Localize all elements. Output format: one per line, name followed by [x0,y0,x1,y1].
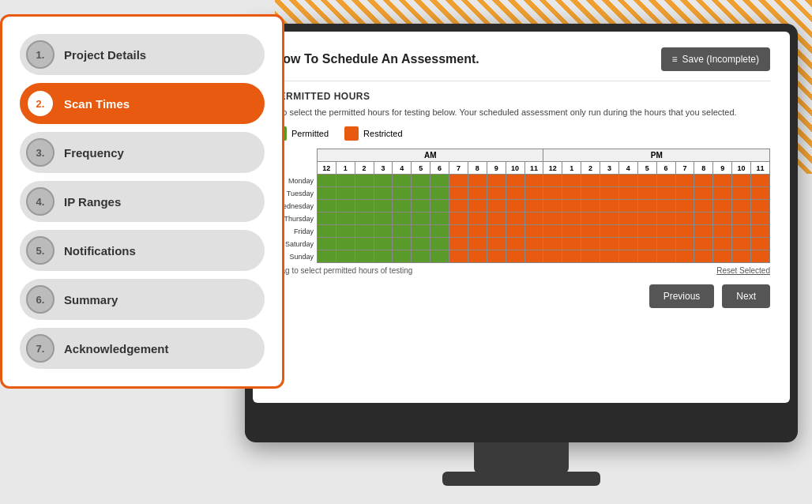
cell-wednesday-h14[interactable] [581,200,600,213]
cell-sunday-h15[interactable] [600,250,619,263]
cell-wednesday-h21[interactable] [713,200,732,213]
cell-sunday-h2[interactable] [355,250,374,263]
cell-tuesday-h21[interactable] [713,187,732,200]
cell-wednesday-h16[interactable] [618,200,637,213]
cell-friday-h6[interactable] [430,225,449,238]
cell-monday-h22[interactable] [732,175,751,187]
cell-friday-h0[interactable] [317,225,336,238]
cell-saturday-h18[interactable] [656,238,675,250]
cell-sunday-h0[interactable] [317,250,336,263]
cell-monday-h9[interactable] [487,175,506,187]
cell-friday-h10[interactable] [506,225,524,238]
cell-saturday-h2[interactable] [355,238,374,250]
cell-friday-h8[interactable] [468,225,487,238]
cell-wednesday-h15[interactable] [600,200,619,213]
cell-monday-h11[interactable] [524,175,543,187]
cell-friday-h2[interactable] [355,225,374,238]
cell-sunday-h13[interactable] [562,250,581,263]
cell-sunday-h3[interactable] [374,250,393,263]
cell-friday-h20[interactable] [694,225,713,238]
cell-tuesday-h4[interactable] [393,187,412,200]
cell-tuesday-h0[interactable] [317,187,336,200]
save-button[interactable]: ≡ Save (Incomplete) [661,47,770,71]
cell-saturday-h21[interactable] [713,238,732,250]
cell-wednesday-h10[interactable] [506,200,524,213]
cell-sunday-h8[interactable] [468,250,487,263]
cell-sunday-h23[interactable] [751,250,770,263]
sidebar-item-6[interactable]: 6.Summary [20,279,265,320]
cell-thursday-h21[interactable] [713,213,732,225]
cell-thursday-h5[interactable] [412,213,430,225]
cell-sunday-h9[interactable] [487,250,506,263]
cell-friday-h16[interactable] [618,225,637,238]
cell-wednesday-h23[interactable] [751,200,770,213]
cell-monday-h18[interactable] [656,175,675,187]
previous-button[interactable]: Previous [649,284,715,308]
cell-friday-h1[interactable] [336,225,355,238]
cell-monday-h23[interactable] [751,175,770,187]
cell-saturday-h12[interactable] [543,238,562,250]
cell-friday-h4[interactable] [393,225,412,238]
cell-wednesday-h0[interactable] [317,200,336,213]
cell-saturday-h22[interactable] [732,238,751,250]
cell-thursday-h10[interactable] [506,213,524,225]
cell-sunday-h6[interactable] [430,250,449,263]
cell-friday-h17[interactable] [637,225,656,238]
cell-saturday-h15[interactable] [600,238,619,250]
cell-sunday-h12[interactable] [543,250,562,263]
cell-saturday-h5[interactable] [412,238,430,250]
reset-link[interactable]: Reset Selected [716,266,770,275]
cell-saturday-h0[interactable] [317,238,336,250]
cell-saturday-h6[interactable] [430,238,449,250]
cell-monday-h13[interactable] [562,175,581,187]
cell-monday-h17[interactable] [637,175,656,187]
cell-tuesday-h9[interactable] [487,187,506,200]
cell-wednesday-h3[interactable] [374,200,393,213]
cell-monday-h3[interactable] [374,175,393,187]
cell-thursday-h20[interactable] [694,213,713,225]
cell-wednesday-h7[interactable] [449,200,468,213]
sidebar-item-5[interactable]: 5.Notifications [20,230,265,271]
cell-tuesday-h6[interactable] [430,187,449,200]
cell-tuesday-h15[interactable] [600,187,619,200]
cell-thursday-h15[interactable] [600,213,619,225]
cell-friday-h18[interactable] [656,225,675,238]
cell-thursday-h0[interactable] [317,213,336,225]
cell-wednesday-h18[interactable] [656,200,675,213]
cell-wednesday-h1[interactable] [336,200,355,213]
cell-sunday-h19[interactable] [675,250,694,263]
cell-tuesday-h7[interactable] [449,187,468,200]
cell-thursday-h18[interactable] [656,213,675,225]
cell-saturday-h23[interactable] [751,238,770,250]
sidebar-item-7[interactable]: 7.Acknowledgement [20,328,265,369]
cell-friday-h13[interactable] [562,225,581,238]
cell-thursday-h11[interactable] [524,213,543,225]
cell-tuesday-h20[interactable] [694,187,713,200]
cell-friday-h9[interactable] [487,225,506,238]
cell-saturday-h11[interactable] [524,238,543,250]
cell-sunday-h5[interactable] [412,250,430,263]
cell-saturday-h20[interactable] [694,238,713,250]
cell-tuesday-h10[interactable] [506,187,524,200]
cell-tuesday-h1[interactable] [336,187,355,200]
next-button[interactable]: Next [722,284,770,308]
cell-wednesday-h17[interactable] [637,200,656,213]
cell-thursday-h7[interactable] [449,213,468,225]
cell-saturday-h8[interactable] [468,238,487,250]
cell-friday-h19[interactable] [675,225,694,238]
cell-sunday-h17[interactable] [637,250,656,263]
cell-saturday-h3[interactable] [374,238,393,250]
cell-saturday-h9[interactable] [487,238,506,250]
cell-sunday-h11[interactable] [524,250,543,263]
cell-monday-h16[interactable] [618,175,637,187]
cell-monday-h8[interactable] [468,175,487,187]
cell-tuesday-h13[interactable] [562,187,581,200]
cell-saturday-h13[interactable] [562,238,581,250]
cell-tuesday-h12[interactable] [543,187,562,200]
cell-thursday-h13[interactable] [562,213,581,225]
cell-thursday-h14[interactable] [581,213,600,225]
cell-wednesday-h19[interactable] [675,200,694,213]
cell-tuesday-h17[interactable] [637,187,656,200]
cell-wednesday-h12[interactable] [543,200,562,213]
cell-tuesday-h18[interactable] [656,187,675,200]
